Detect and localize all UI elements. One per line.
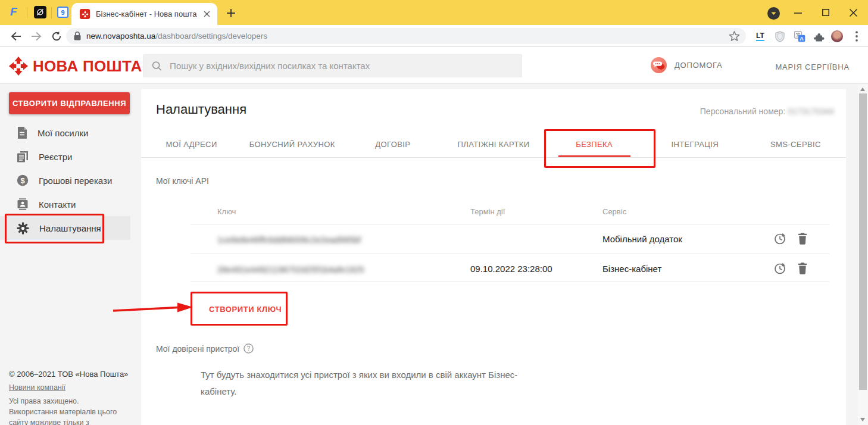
tab-platizhni-kartky[interactable]: ПЛАТІЖНІ КАРТКИ	[443, 131, 544, 157]
address-bar[interactable]: new.novaposhta.ua/dashboard/settings/dev…	[66, 28, 746, 44]
pinned-tab-dark[interactable]	[34, 6, 46, 18]
pinned-tab-separator	[51, 7, 52, 18]
languagetool-extension-icon[interactable]: LT	[753, 30, 767, 42]
novaposhta-logo-icon	[8, 56, 29, 76]
browser-tabbar: F 9 Бізнес-кабінет - Нова пошта	[0, 0, 868, 25]
window-maximize-button[interactable]	[816, 0, 836, 25]
registries-icon	[17, 151, 29, 162]
personal-number-label: Персональний номер:	[700, 107, 785, 116]
bookmark-star-icon[interactable]	[729, 30, 740, 42]
pinned-tab-calendar[interactable]: 9	[57, 7, 68, 18]
search-box[interactable]	[143, 54, 522, 77]
sidebar-item-settings[interactable]: Налаштування	[0, 216, 130, 240]
create-key-button[interactable]: СТВОРИТИ КЛЮЧ	[198, 299, 292, 319]
url-text: new.novaposhta.ua/dashboard/settings/dev…	[86, 32, 729, 40]
sidebar-item-registries[interactable]: Реєстри	[0, 145, 130, 168]
help-chat-icon	[651, 57, 667, 73]
key-service: Мобільний додаток	[602, 234, 682, 244]
sidebar-item-label: Грошові перекази	[39, 176, 112, 186]
sidebar-nav: Мої посилки Реєстри $ Грошові перекази К…	[0, 121, 130, 240]
contacts-icon	[17, 198, 29, 210]
annotation-arrow	[111, 299, 195, 315]
sidebar-item-label: Мої посилки	[38, 128, 88, 138]
api-keys-section-title: Мої ключі API	[156, 176, 209, 186]
trusted-devices-label: Мої довірені пристрої	[156, 344, 239, 354]
extensions-puzzle-icon[interactable]	[812, 30, 826, 42]
lock-icon[interactable]	[74, 32, 81, 40]
money-transfer-icon: $	[17, 174, 29, 186]
site-header: НОВА ПОШТА ДОПОМОГА МАРІЯ СЕРГІЇВНА	[0, 47, 868, 84]
scrollbar-down-icon[interactable]	[860, 418, 865, 421]
back-icon[interactable]	[9, 30, 23, 43]
key-service: Бізнес-кабінет	[602, 264, 661, 274]
help-question-icon[interactable]: ?	[243, 343, 254, 354]
sidebar-footer: © 2006–2021 ТОВ «Нова Пошта» Новини комп…	[9, 370, 131, 425]
delete-key-icon[interactable]	[796, 232, 809, 245]
tab-close-icon[interactable]	[204, 11, 210, 17]
forward-icon[interactable]	[29, 30, 43, 43]
url-path: /dashboard/settings/developers	[155, 32, 267, 40]
tab-intehratsiia[interactable]: ІНТЕГРАЦІЯ	[645, 131, 745, 157]
extend-expiry-icon[interactable]	[773, 262, 786, 275]
logo-text: НОВА ПОШТА	[33, 57, 142, 76]
help-label: ДОПОМОГА	[675, 61, 723, 70]
scrollbar-thumb[interactable]	[859, 93, 867, 390]
search-icon	[152, 61, 162, 71]
active-browser-tab[interactable]: Бізнес-кабінет - Нова пошта	[71, 3, 217, 25]
scrollbar-up-icon[interactable]	[860, 88, 865, 91]
search-input[interactable]	[170, 61, 513, 71]
legal-text: Усі права захищено. Використання матеріа…	[9, 396, 128, 425]
trusted-devices-description: Тут будуть знаходитися усі пристрої з як…	[201, 367, 541, 400]
column-header-service: Сервіс	[602, 207, 626, 216]
sidebar-item-money-transfers[interactable]: $ Грошові перекази	[0, 168, 130, 192]
personal-number-value: 0173170344	[788, 107, 834, 116]
table-row: 1ce9e8e46ffc6dd68009c2e2ead995bf Мобільн…	[191, 224, 829, 254]
company-news-link[interactable]: Новини компанії	[9, 383, 65, 392]
sidebar-item-contacts[interactable]: Контакти	[0, 192, 130, 216]
sidebar-item-parcels[interactable]: Мої посилки	[0, 121, 130, 145]
window-close-button[interactable]	[843, 0, 863, 25]
translate-extension-icon[interactable]: A	[792, 30, 807, 42]
browser-avatar[interactable]	[830, 30, 844, 42]
table-header-row: Ключ Термін дії Сервіс	[191, 200, 829, 224]
reload-icon[interactable]	[49, 30, 64, 43]
help-button[interactable]: ДОПОМОГА	[651, 57, 723, 73]
delete-key-icon[interactable]	[796, 262, 809, 275]
lt-text: LT	[756, 32, 764, 41]
tab-bonusnyi-rakhunok[interactable]: БОНУСНИЙ РАХУНОК	[242, 131, 342, 157]
browser-profile-button[interactable]	[767, 7, 780, 20]
dollar-glyph: $	[20, 176, 25, 185]
pinned-tab-separator	[27, 7, 27, 18]
browser-toolbar: new.novaposhta.ua/dashboard/settings/dev…	[0, 25, 868, 47]
sidebar-item-label: Реєстри	[39, 152, 72, 162]
trusted-devices-title: Мої довірені пристрої ?	[156, 343, 254, 354]
page-title: Налаштування	[156, 102, 246, 117]
window-minimize-button[interactable]	[788, 0, 808, 25]
tab-dohovir[interactable]: ДОГОВІР	[342, 131, 443, 157]
question-glyph: ?	[247, 345, 251, 352]
shield-extension-icon[interactable]	[773, 30, 787, 42]
page-scrollbar[interactable]	[858, 84, 868, 425]
new-tab-button[interactable]	[226, 8, 236, 18]
pinned-tab-flo[interactable]: F	[10, 5, 17, 18]
gear-icon	[17, 222, 29, 235]
tab-moi-adresy[interactable]: МОЇ АДРЕСИ	[141, 131, 242, 157]
create-shipment-button[interactable]: СТВОРИТИ ВІДПРАВЛЕННЯ	[9, 92, 130, 114]
tab-sms-servis[interactable]: SMS-СЕРВІС	[745, 131, 846, 157]
novaposhta-logo[interactable]: НОВА ПОШТА	[8, 56, 142, 76]
tab-bezpeka[interactable]: БЕЗПЕКА	[544, 131, 645, 157]
url-domain: new.novaposhta.ua	[86, 32, 155, 40]
flo-icon: F	[10, 5, 17, 18]
browser-menu-icon[interactable]	[850, 30, 864, 42]
column-header-key: Ключ	[217, 207, 236, 216]
calendar-icon: 9	[57, 7, 68, 18]
translate-a: A	[800, 35, 804, 41]
screenshot-root: F 9 Бізнес-кабінет - Нова пошта	[0, 0, 868, 425]
user-name[interactable]: МАРІЯ СЕРГІЇВНА	[775, 62, 850, 71]
avatar-photo	[831, 30, 843, 42]
api-key-value: 28e491e44921196702d25f1b4afe1925	[217, 265, 364, 274]
novaposhta-favicon-icon	[80, 9, 90, 19]
parcel-document-icon	[17, 127, 27, 139]
extend-expiry-icon[interactable]	[773, 232, 786, 245]
api-keys-table: Ключ Термін дії Сервіс 1ce9e8e46ffc6dd68…	[191, 200, 829, 282]
